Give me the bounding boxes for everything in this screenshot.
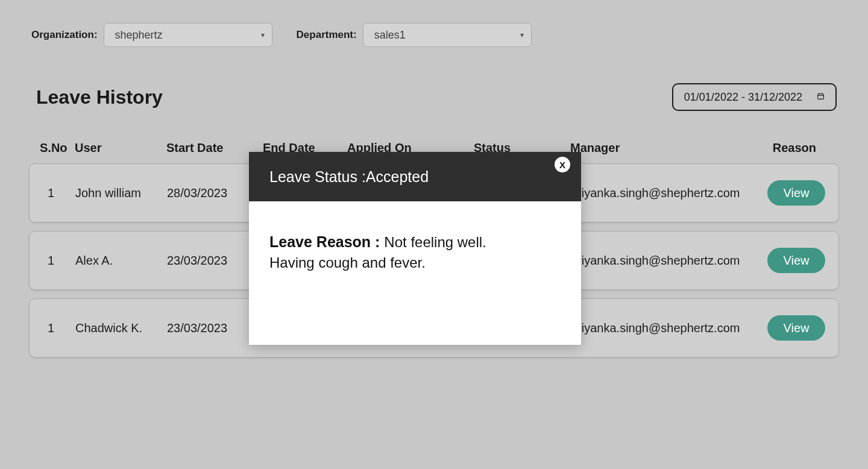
cell-reason: View	[755, 248, 828, 273]
calendar-icon	[817, 92, 825, 102]
svg-rect-0	[818, 94, 824, 99]
cell-user: Alex A.	[75, 254, 167, 268]
col-user: User	[75, 141, 166, 155]
leave-status-modal: Leave Status : Accepted X Leave Reason :…	[249, 152, 581, 345]
cell-manager: priyanka.singh@shephertz.com	[571, 254, 755, 268]
department-filter: Department: sales1 ▾	[297, 23, 532, 47]
cell-user: Chadwick K.	[75, 321, 167, 335]
cell-sno: 1	[40, 254, 75, 268]
cell-sno: 1	[40, 186, 75, 200]
modal-status: Accepted	[366, 168, 429, 186]
department-value: sales1	[374, 29, 406, 42]
chevron-down-icon: ▾	[520, 31, 524, 39]
col-sno: S.No	[40, 141, 75, 155]
col-reason: Reason	[756, 141, 828, 155]
organization-label: Organization:	[31, 29, 98, 41]
reason-line-2: Having cough and fever.	[269, 253, 561, 273]
cell-reason: View	[755, 180, 828, 206]
cell-reason: View	[755, 315, 828, 341]
cell-manager: priyanka.singh@shephertz.com	[571, 321, 755, 335]
chevron-down-icon: ▾	[261, 31, 265, 39]
department-label: Department:	[297, 29, 357, 41]
col-manager: Manager	[570, 141, 756, 155]
filters-bar: Organization: shephertz ▾ Department: sa…	[0, 0, 868, 47]
modal-header: Leave Status : Accepted X	[249, 152, 581, 201]
organization-select[interactable]: shephertz ▾	[104, 23, 272, 47]
date-range-picker[interactable]: 01/01/2022 - 31/12/2022	[672, 83, 837, 111]
view-button[interactable]: View	[767, 180, 825, 206]
date-range-text: 01/01/2022 - 31/12/2022	[684, 91, 802, 104]
col-start: Start Date	[166, 141, 263, 155]
modal-title-prefix: Leave Status :	[269, 168, 366, 186]
page-title: Leave History	[36, 86, 163, 109]
title-row: Leave History 01/01/2022 - 31/12/2022	[0, 47, 868, 111]
cell-user: John william	[75, 186, 167, 200]
reason-line-1: Not feeling well.	[384, 234, 486, 250]
modal-body: Leave Reason : Not feeling well. Having …	[249, 201, 581, 273]
reason-label: Leave Reason :	[269, 233, 384, 250]
organization-value: shephertz	[115, 29, 163, 42]
view-button[interactable]: View	[767, 315, 825, 341]
department-select[interactable]: sales1 ▾	[363, 23, 532, 47]
view-button[interactable]: View	[767, 248, 825, 273]
close-button[interactable]: X	[555, 157, 570, 172]
organization-filter: Organization: shephertz ▾	[31, 23, 272, 47]
cell-manager: priyanka.singh@shephertz.com	[571, 186, 755, 200]
cell-sno: 1	[40, 321, 75, 335]
